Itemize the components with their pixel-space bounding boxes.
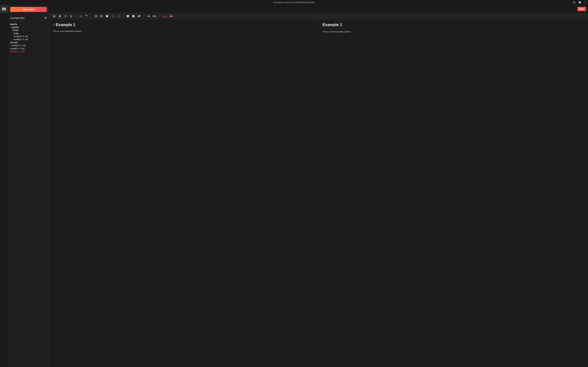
tree-folder[interactable]: nested <box>10 41 47 44</box>
indent-tool <box>110 14 115 18</box>
svg-rect-11 <box>101 15 102 16</box>
md-title-src: Example 1 <box>56 22 75 27</box>
editor-toolbar: ❝ 123 CB Scroll <box>49 13 588 19</box>
quote-tool[interactable]: ❝ <box>84 14 89 18</box>
title-bar: File System Access API Local MarkDown Ed… <box>0 0 588 5</box>
tree-file[interactable]: example-3.md <box>10 44 47 47</box>
svg-point-19 <box>133 16 133 16</box>
preview-title: Example 1 <box>322 22 584 28</box>
svg-point-0 <box>585 1 586 2</box>
preview-body: This is some example content <box>322 31 584 33</box>
tree-folder[interactable]: nested <box>10 26 47 29</box>
sidebar: Open folder example-files deeplynestedfi… <box>8 5 49 367</box>
svg-rect-9 <box>95 17 97 17</box>
hr-tool[interactable] <box>78 14 83 18</box>
svg-rect-7 <box>95 16 97 16</box>
open-folder-button[interactable]: Open folder <box>10 7 47 12</box>
page-icon[interactable] <box>573 1 576 4</box>
md-body-src: This is some example content <box>53 30 314 33</box>
svg-rect-13 <box>101 16 102 16</box>
tree-file[interactable]: example-2.md <box>10 47 47 50</box>
italic-tool[interactable] <box>63 14 68 18</box>
svg-point-8 <box>95 17 95 17</box>
link-tool[interactable] <box>137 14 141 18</box>
tree-file[interactable]: example-5.md <box>10 38 47 41</box>
outdent-tool <box>116 14 121 18</box>
tree-folder[interactable]: deeply <box>10 23 47 26</box>
svg-point-6 <box>95 16 95 16</box>
svg-point-2 <box>585 3 586 3</box>
svg-text:3: 3 <box>100 17 101 17</box>
file-tree: deeplynestedfilesbramexample-6.mdexample… <box>8 21 49 55</box>
table-tool[interactable] <box>125 14 130 18</box>
code-tool[interactable] <box>146 14 151 18</box>
more-icon[interactable] <box>584 1 587 4</box>
ol-tool[interactable]: 123 <box>99 14 104 18</box>
save-button[interactable]: Save <box>578 7 586 11</box>
tree-file[interactable]: example-6.md <box>10 35 47 38</box>
tree-folder[interactable]: files <box>10 29 47 32</box>
scroll-sync-label: Scroll <box>162 15 167 17</box>
folder-name: example-files <box>10 17 25 19</box>
markdown-preview-pane: Example 1 This is some example content <box>319 19 588 367</box>
scroll-sync-toggle[interactable] <box>169 15 173 17</box>
svg-rect-5 <box>95 15 97 16</box>
codeblock-tool[interactable]: CB <box>152 14 157 18</box>
ul-tool[interactable] <box>93 14 98 18</box>
task-tool[interactable] <box>104 14 109 18</box>
heading-tool[interactable] <box>52 14 57 18</box>
activity-rail <box>0 5 8 367</box>
new-file-icon[interactable] <box>45 17 47 19</box>
strike-tool[interactable] <box>69 14 73 18</box>
tree-file[interactable]: example-1.md <box>10 50 47 53</box>
bold-tool[interactable] <box>57 14 62 18</box>
markdown-source-pane[interactable]: #Example 1 This is some example content <box>49 19 319 367</box>
svg-rect-15 <box>101 17 102 17</box>
svg-rect-3 <box>79 16 81 16</box>
image-tool[interactable] <box>131 14 136 18</box>
extension-icon[interactable] <box>579 1 581 4</box>
open-folder-icon[interactable] <box>0 5 8 13</box>
md-hash: # <box>53 22 55 27</box>
window-title: File System Access API Local MarkDown Ed… <box>273 1 315 4</box>
tree-folder[interactable]: bram <box>10 32 47 35</box>
svg-point-1 <box>585 2 586 2</box>
svg-point-4 <box>95 15 95 16</box>
